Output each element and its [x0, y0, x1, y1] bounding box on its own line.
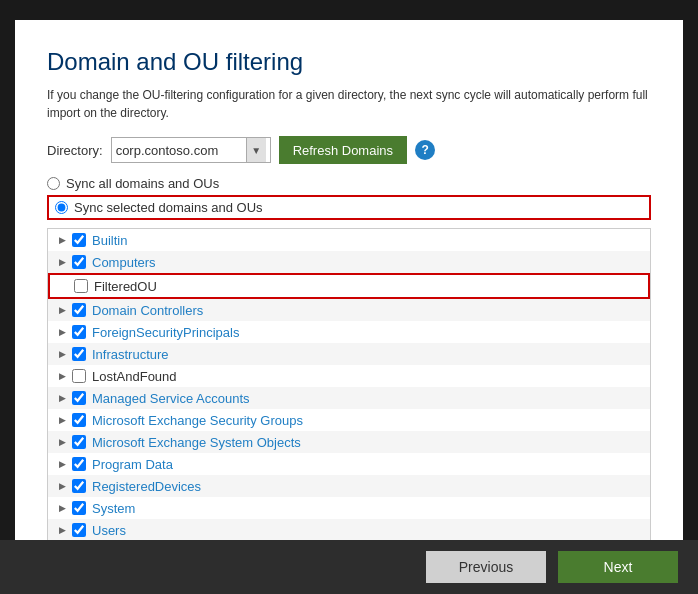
ou-tree: BuiltinComputersFilteredOUDomain Control…	[47, 228, 651, 542]
expander-ms-exchange-system[interactable]	[54, 434, 70, 450]
expander-domain-controllers[interactable]	[54, 302, 70, 318]
tree-wrapper: BuiltinComputersFilteredOUDomain Control…	[47, 228, 651, 554]
tree-label-system: System	[92, 501, 135, 516]
sync-selected-radio[interactable]	[55, 201, 68, 214]
checkbox-lost-found[interactable]	[72, 369, 86, 383]
sync-all-label[interactable]: Sync all domains and OUs	[66, 176, 219, 191]
next-button[interactable]: Next	[558, 551, 678, 583]
expander-computers[interactable]	[54, 254, 70, 270]
tree-item-system: System	[48, 497, 650, 519]
description-text: If you change the OU-filtering configura…	[47, 86, 651, 122]
page-title: Domain and OU filtering	[47, 48, 651, 76]
tree-label-computers: Computers	[92, 255, 156, 270]
sync-all-radio[interactable]	[47, 177, 60, 190]
tree-item-domain-controllers: Domain Controllers	[48, 299, 650, 321]
tree-item-foreign-security: ForeignSecurityPrincipals	[48, 321, 650, 343]
tree-label-registered-devices: RegisteredDevices	[92, 479, 201, 494]
tree-item-program-data: Program Data	[48, 453, 650, 475]
sync-all-row: Sync all domains and OUs	[47, 176, 651, 191]
tree-item-ms-exchange-system: Microsoft Exchange System Objects	[48, 431, 650, 453]
checkbox-foreign-security[interactable]	[72, 325, 86, 339]
tree-item-lost-found: LostAndFound	[48, 365, 650, 387]
main-panel: Domain and OU filtering If you change th…	[15, 20, 683, 574]
tree-label-program-data: Program Data	[92, 457, 173, 472]
tree-label-users: Users	[92, 523, 126, 538]
expander-builtin[interactable]	[54, 232, 70, 248]
expander-infrastructure[interactable]	[54, 346, 70, 362]
expander-users[interactable]	[54, 522, 70, 538]
dropdown-arrow-icon[interactable]: ▼	[246, 138, 266, 162]
tree-item-ms-exchange-security: Microsoft Exchange Security Groups	[48, 409, 650, 431]
tree-item-users: Users	[48, 519, 650, 541]
checkbox-program-data[interactable]	[72, 457, 86, 471]
tree-label-ms-exchange-system: Microsoft Exchange System Objects	[92, 435, 301, 450]
directory-value: corp.contoso.com	[116, 143, 246, 158]
tree-label-builtin: Builtin	[92, 233, 127, 248]
directory-label: Directory:	[47, 143, 103, 158]
expander-system[interactable]	[54, 500, 70, 516]
expander-managed-service[interactable]	[54, 390, 70, 406]
tree-item-filteredou: FilteredOU	[48, 273, 650, 299]
tree-item-builtin: Builtin	[48, 229, 650, 251]
directory-dropdown[interactable]: corp.contoso.com ▼	[111, 137, 271, 163]
checkbox-infrastructure[interactable]	[72, 347, 86, 361]
refresh-domains-button[interactable]: Refresh Domains	[279, 136, 407, 164]
checkbox-ms-exchange-security[interactable]	[72, 413, 86, 427]
tree-label-infrastructure: Infrastructure	[92, 347, 169, 362]
expander-lost-found[interactable]	[54, 368, 70, 384]
tree-label-domain-controllers: Domain Controllers	[92, 303, 203, 318]
expander-registered-devices[interactable]	[54, 478, 70, 494]
directory-row: Directory: corp.contoso.com ▼ Refresh Do…	[47, 136, 651, 164]
tree-label-ms-exchange-security: Microsoft Exchange Security Groups	[92, 413, 303, 428]
checkbox-computers[interactable]	[72, 255, 86, 269]
tree-item-registered-devices: RegisteredDevices	[48, 475, 650, 497]
checkbox-domain-controllers[interactable]	[72, 303, 86, 317]
tree-label-filteredou: FilteredOU	[94, 279, 157, 294]
expander-foreign-security[interactable]	[54, 324, 70, 340]
checkbox-ms-exchange-system[interactable]	[72, 435, 86, 449]
checkbox-registered-devices[interactable]	[72, 479, 86, 493]
tree-item-managed-service: Managed Service Accounts	[48, 387, 650, 409]
checkbox-filteredou[interactable]	[74, 279, 88, 293]
tree-label-lost-found: LostAndFound	[92, 369, 177, 384]
sync-selected-row: Sync selected domains and OUs	[47, 195, 651, 220]
help-icon[interactable]: ?	[415, 140, 435, 160]
bottom-bar: Previous Next	[0, 540, 698, 594]
checkbox-users[interactable]	[72, 523, 86, 537]
tree-label-managed-service: Managed Service Accounts	[92, 391, 250, 406]
checkbox-system[interactable]	[72, 501, 86, 515]
checkbox-builtin[interactable]	[72, 233, 86, 247]
expander-filteredou	[56, 278, 72, 294]
tree-label-foreign-security: ForeignSecurityPrincipals	[92, 325, 239, 340]
sync-selected-label[interactable]: Sync selected domains and OUs	[74, 200, 263, 215]
expander-program-data[interactable]	[54, 456, 70, 472]
tree-item-infrastructure: Infrastructure	[48, 343, 650, 365]
expander-ms-exchange-security[interactable]	[54, 412, 70, 428]
tree-item-computers: Computers	[48, 251, 650, 273]
checkbox-managed-service[interactable]	[72, 391, 86, 405]
previous-button[interactable]: Previous	[426, 551, 546, 583]
